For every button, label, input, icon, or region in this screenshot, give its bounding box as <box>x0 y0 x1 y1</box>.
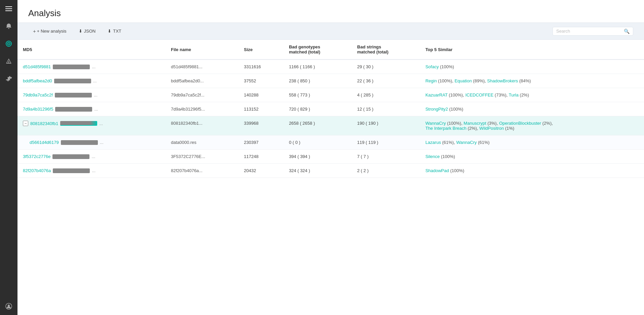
table-row: 3f5372c2776e...3F5372C2776E...117248394 … <box>17 150 644 164</box>
md5-link[interactable]: 808182340fb1 <box>30 121 58 126</box>
table-row: 82f207b4076a...82f207b4076a...20432324 (… <box>17 164 644 178</box>
similar-link[interactable]: Sofacy <box>425 64 439 69</box>
similar-pct: (100%) <box>441 154 455 159</box>
filename-cell: bddf5afbea2d0... <box>165 74 238 88</box>
table-row: 79db9a7ca5c2f...79db9a7ca5c2f...14028855… <box>17 88 644 102</box>
main-content: Analysis + + New analysis ⬇ JSON ⬇ TXT 🔍… <box>17 0 644 315</box>
table-row: −808182340fb1...808182340fb1...339968265… <box>17 116 644 135</box>
svg-point-5 <box>8 43 9 44</box>
filename-cell: d51d485f9881... <box>165 60 238 74</box>
md5-link[interactable]: d51d485f9881 <box>23 64 51 69</box>
col-md5: MD5 <box>17 40 165 60</box>
bad-strings-cell: 12 ( 15 ) <box>352 102 420 116</box>
bad-strings-cell: 190 ( 190 ) <box>352 116 420 135</box>
similar-link[interactable]: Manuscrypt <box>464 121 486 126</box>
md5-link[interactable]: d5661d4d6179 <box>30 140 59 145</box>
table-header-row: MD5 File name Size Bad genotypesmatched … <box>17 40 644 60</box>
md5-link[interactable]: 82f207b4076a <box>23 168 51 173</box>
analysis-table: MD5 File name Size Bad genotypesmatched … <box>17 40 644 178</box>
search-input[interactable] <box>556 29 622 34</box>
page-header: Analysis <box>17 0 644 23</box>
similar-cell: StrongPity2 (100%) <box>420 102 644 116</box>
similar-cell: Sofacy (100%) <box>420 60 644 74</box>
page-title: Analysis <box>28 8 633 18</box>
similar-link[interactable]: ShadowPad <box>425 168 449 173</box>
similar-pct: (84%) <box>519 78 531 83</box>
target-icon[interactable] <box>0 35 17 52</box>
similar-pct: (100%) <box>438 78 452 83</box>
similar-link[interactable]: Turla <box>509 92 519 97</box>
new-analysis-button[interactable]: + + New analysis <box>28 26 71 36</box>
export-txt-button[interactable]: ⬇ TXT <box>103 27 126 36</box>
col-top5: Top 5 Similar <box>420 40 644 60</box>
md5-cell: −808182340fb1... <box>17 116 165 135</box>
md5-redacted <box>52 154 89 159</box>
md5-link[interactable]: 79db9a7ca5c2f <box>23 92 53 97</box>
similar-pct: (3%) <box>487 121 496 126</box>
similar-pct: (2%) <box>520 92 529 97</box>
filename-cell: 79db9a7ca5c2f... <box>165 88 238 102</box>
similar-link[interactable]: ICEDCOFFEE <box>465 92 494 97</box>
similar-link[interactable]: KazuarRAT <box>425 92 448 97</box>
svg-rect-2 <box>5 10 12 11</box>
similar-link[interactable]: Silence <box>425 154 440 159</box>
bad-genotypes-cell: 0 ( 0 ) <box>283 135 352 150</box>
similar-pct: (2%) <box>468 126 477 131</box>
size-cell: 37552 <box>238 74 283 88</box>
search-box[interactable]: 🔍 <box>553 27 633 36</box>
bad-strings-cell: 119 ( 119 ) <box>352 135 420 150</box>
md5-redacted <box>54 79 91 83</box>
table-row: 7d9a4b31296f5...7d9a4b31296f5...11315272… <box>17 102 644 116</box>
table-row: bddf5afbea2d0...bddf5afbea2d0...37552238… <box>17 74 644 88</box>
similar-cell: ShadowPad (100%) <box>420 164 644 178</box>
filename-cell: 3F5372C2776E... <box>165 150 238 164</box>
md5-link[interactable]: bddf5afbea2d0 <box>23 78 52 83</box>
download-icon-txt: ⬇ <box>108 29 111 34</box>
size-cell: 113152 <box>238 102 283 116</box>
similar-link[interactable]: WannaCry <box>456 140 477 145</box>
similar-link[interactable]: Regin <box>425 78 437 83</box>
similar-pct: (2%) <box>542 121 552 126</box>
md5-link[interactable]: 7d9a4b31296f5 <box>23 107 53 112</box>
similar-pct: (61%) <box>442 140 454 145</box>
svg-rect-1 <box>5 8 12 9</box>
similar-link[interactable]: Equation <box>455 78 472 83</box>
expand-button[interactable]: − <box>23 121 28 126</box>
user-circle-icon[interactable] <box>0 298 17 315</box>
export-json-button[interactable]: ⬇ JSON <box>74 27 101 36</box>
download-icon: ⬇ <box>79 29 82 34</box>
md5-redacted <box>55 93 92 97</box>
settings-icon[interactable] <box>0 70 17 87</box>
alert-triangle-icon[interactable] <box>0 52 17 70</box>
plus-icon: + <box>33 28 36 34</box>
sidebar <box>0 0 17 315</box>
similar-link[interactable]: ShadowBrokers <box>487 78 518 83</box>
filename-cell: 7d9a4b31296f5... <box>165 102 238 116</box>
bell-icon[interactable] <box>0 17 17 35</box>
bad-genotypes-cell: 720 ( 829 ) <box>283 102 352 116</box>
md5-cell: 82f207b4076a... <box>17 164 165 178</box>
similar-link[interactable]: Lazarus <box>425 140 441 145</box>
similar-cell: Regin (100%), Equation (89%), ShadowBrok… <box>420 74 644 88</box>
analysis-table-area: MD5 File name Size Bad genotypesmatched … <box>17 40 644 315</box>
similar-link[interactable]: WildPositron <box>479 126 504 131</box>
bad-genotypes-cell: 558 ( 773 ) <box>283 88 352 102</box>
similar-cell: WannaCry (100%), Manuscrypt (3%), Operat… <box>420 116 644 135</box>
md5-cell: 79db9a7ca5c2f... <box>17 88 165 102</box>
md5-redacted <box>61 140 98 145</box>
md5-cell: d5661d4d6179... <box>17 135 165 150</box>
bad-genotypes-cell: 324 ( 324 ) <box>283 164 352 178</box>
bad-strings-cell: 29 ( 30 ) <box>352 60 420 74</box>
col-filename: File name <box>165 40 238 60</box>
col-bad-strings: Bad stringsmatched (total) <box>352 40 420 60</box>
table-row: d51d485f9881...d51d485f9881...3311616116… <box>17 60 644 74</box>
filename-cell: data0000.res <box>165 135 238 150</box>
similar-link[interactable]: OperationBlockbuster <box>499 121 541 126</box>
similar-link[interactable]: The Interpark Breach <box>425 126 466 131</box>
md5-link[interactable]: 3f5372c2776e <box>23 154 50 159</box>
similar-link[interactable]: WannaCry <box>425 121 446 126</box>
similar-link[interactable]: StrongPity2 <box>425 107 448 112</box>
similar-pct: (100%) <box>440 64 454 69</box>
md5-cell: 7d9a4b31296f5... <box>17 102 165 116</box>
menu-icon[interactable] <box>0 0 17 17</box>
